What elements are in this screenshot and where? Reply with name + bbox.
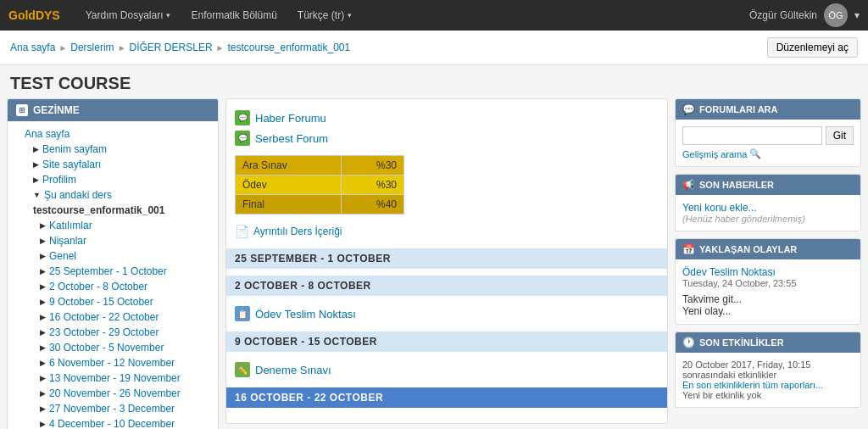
calendar-icon: 📅 bbox=[682, 243, 695, 255]
activity-odev-teslim[interactable]: 📋 Ödev Teslim Noktası bbox=[235, 303, 659, 325]
breadcrumb-crumbs: Ana sayfa ► Derslerim ► DİĞER DERSLER ► … bbox=[10, 42, 350, 53]
sidebar-item-sep1oct[interactable]: ▶ 25 September - 1 October bbox=[8, 264, 218, 279]
sidebar-item-home[interactable]: Ana sayfa bbox=[8, 126, 218, 142]
right-sidebar: 💬 FORUMLARI ARA Git Gelişmiş arama 🔍 📢 S… bbox=[675, 98, 861, 429]
sidebar-item-nisanlar[interactable]: ▶ Nişanlar bbox=[8, 233, 218, 248]
forum-search-button[interactable]: Git bbox=[826, 126, 854, 145]
assignment-icon: 📋 bbox=[235, 306, 250, 321]
page-title: TEST COURSE bbox=[0, 65, 868, 98]
arrow-4dec10dec: ▶ bbox=[40, 420, 46, 428]
sidebar-item-16oct22oct[interactable]: ▶ 16 October - 22 October bbox=[8, 309, 218, 325]
nav-informatics[interactable]: Enformatik Bölümü bbox=[182, 6, 285, 25]
widget-news-header: 📢 SON HABERLER bbox=[676, 175, 860, 195]
sidebar-item-current-course[interactable]: ▼ Şu andaki ders bbox=[8, 187, 218, 203]
sidebar-item-20nov26nov[interactable]: ▶ 20 November - 26 November bbox=[8, 386, 218, 401]
section-16oct22oct: 16 OCTOBER - 22 OCTOBER bbox=[226, 387, 667, 408]
sidebar-item-13nov19nov[interactable]: ▶ 13 November - 19 November bbox=[8, 370, 218, 386]
widget-recent-body: 20 October 2017, Friday, 10:15 sonrasınd… bbox=[676, 353, 860, 407]
no-activity-text: Yeni bir etkinlik yok bbox=[682, 390, 854, 400]
arrow-mypage: ▶ bbox=[33, 145, 39, 153]
sidebar-item-4dec10dec[interactable]: ▶ 4 December - 10 December bbox=[8, 416, 218, 429]
sidebar-title: GEZİNME bbox=[33, 104, 80, 116]
breadcrumb-home[interactable]: Ana sayfa bbox=[10, 42, 55, 53]
top-nav-items: Yardım Dosyaları ▾ Enformatik Bölümü Tür… bbox=[77, 6, 749, 25]
sidebar-item-sitepages[interactable]: ▶ Site sayfaları bbox=[8, 157, 218, 172]
section-2oct8oct: 2 OCTOBER - 8 OCTOBER bbox=[226, 276, 667, 296]
arrow-30oct5nov: ▶ bbox=[40, 343, 46, 352]
news-icon: 📢 bbox=[682, 179, 695, 191]
breadcrumb-other[interactable]: DİĞER DERSLER bbox=[130, 42, 213, 53]
arrow-9oct15oct: ▶ bbox=[40, 298, 46, 306]
activity-deneme-sinavi[interactable]: ✏️ Deneme Sınavı bbox=[235, 359, 659, 381]
new-event-link[interactable]: Yeni olay... bbox=[682, 305, 854, 317]
news-add-link[interactable]: Yeni konu ekle... bbox=[682, 202, 854, 214]
widget-forum-search-header: 💬 FORUMLARI ARA bbox=[676, 99, 860, 120]
sep1: ► bbox=[58, 43, 67, 53]
sidebar-item-2oct8oct[interactable]: ▶ 2 October - 8 October bbox=[8, 279, 218, 294]
breadcrumb: Ana sayfa ► Derslerim ► DİĞER DERSLER ► … bbox=[0, 31, 868, 65]
dropdown-arrow-help: ▾ bbox=[166, 11, 170, 20]
grade-label-final: Final bbox=[236, 195, 342, 214]
widget-upcoming-header: 📅 YAKLAŞAN OLAYLAR bbox=[676, 239, 860, 259]
sidebar-item-profile[interactable]: ▶ Profilim bbox=[8, 172, 218, 187]
sidebar-item-testcourse: testcourse_enformatik_001 bbox=[8, 203, 218, 218]
widget-upcoming: 📅 YAKLAŞAN OLAYLAR Ödev Teslim Noktası T… bbox=[675, 238, 861, 325]
section-sep1oct: 25 SEPTEMBER - 1 OCTOBER bbox=[226, 248, 667, 269]
arrow-23oct29oct: ▶ bbox=[40, 328, 46, 337]
widget-forum-search-body: Git Gelişmiş arama 🔍 bbox=[676, 120, 860, 166]
edit-button[interactable]: Düzenlemeyi aç bbox=[767, 37, 858, 58]
grade-label-odev: Ödev bbox=[236, 176, 342, 195]
sidebar-item-katilimlar[interactable]: ▶ Katılımlar bbox=[8, 218, 218, 233]
breadcrumb-course[interactable]: testcourse_enformatik_001 bbox=[227, 42, 350, 53]
avatar[interactable]: ÖG bbox=[824, 3, 848, 27]
pdf-icon: 📄 bbox=[235, 225, 249, 238]
advanced-search-icon: 🔍 bbox=[749, 148, 761, 159]
event-item-odev: Ödev Teslim Noktası Tuesday, 24 October,… bbox=[682, 266, 854, 288]
free-forum-link[interactable]: 💬 Serbest Forum bbox=[235, 128, 659, 148]
sidebar-item-9oct15oct[interactable]: ▶ 9 October - 15 October bbox=[8, 294, 218, 309]
event-date: Tuesday, 24 October, 23:55 bbox=[682, 278, 854, 288]
all-reports-link[interactable]: En son etkinliklerin tüm raporları... bbox=[682, 380, 854, 390]
sidebar-item-6nov12nov[interactable]: ▶ 6 November - 12 November bbox=[8, 355, 218, 370]
sidebar-item-genel[interactable]: ▶ Genel bbox=[8, 248, 218, 264]
sep2: ► bbox=[118, 43, 126, 53]
arrow-27nov3dec: ▶ bbox=[40, 404, 46, 413]
top-navigation: GoldDYS Yardım Dosyaları ▾ Enformatik Bö… bbox=[0, 0, 868, 31]
grade-label-ara: Ara Sınav bbox=[236, 156, 342, 176]
news-forum-link[interactable]: 💬 Haber Forumu bbox=[235, 108, 659, 128]
advanced-search-link[interactable]: Gelişmiş arama 🔍 bbox=[682, 148, 854, 159]
breadcrumb-courses[interactable]: Derslerim bbox=[70, 42, 114, 53]
user-area: Özgür Gültekin ÖG ▾ bbox=[749, 3, 860, 27]
content-inner: 💬 Haber Forumu 💬 Serbest Forum Ara Sınav… bbox=[225, 98, 668, 424]
left-sidebar: ⊞ GEZİNME Ana sayfa ▶ Benim sayfam ▶ Sit… bbox=[7, 98, 219, 429]
calendar-link[interactable]: Takvime git... bbox=[682, 293, 854, 305]
nav-help-files[interactable]: Yardım Dosyaları ▾ bbox=[77, 6, 180, 25]
user-menu-arrow[interactable]: ▾ bbox=[854, 9, 860, 21]
arrow-20nov26nov: ▶ bbox=[40, 389, 46, 398]
nav-language[interactable]: Türkçe (tr) ▾ bbox=[289, 6, 360, 25]
widget-recent: 🕐 SON ETKİNLİKLER 20 October 2017, Frida… bbox=[675, 332, 861, 408]
forum-search-input[interactable] bbox=[682, 126, 822, 145]
sidebar-header: ⊞ GEZİNME bbox=[8, 99, 218, 121]
free-forum-icon: 💬 bbox=[235, 131, 250, 146]
search-widget-icon: 💬 bbox=[682, 103, 695, 115]
widget-news-body: Yeni konu ekle... (Henüz haber gönderilm… bbox=[676, 195, 860, 231]
sidebar-item-27nov3dec[interactable]: ▶ 27 November - 3 December bbox=[8, 401, 218, 416]
sep3: ► bbox=[216, 43, 225, 53]
arrow-nisanlar: ▶ bbox=[40, 237, 46, 245]
sidebar-item-23oct29oct[interactable]: ▶ 23 October - 29 October bbox=[8, 325, 218, 340]
detail-link[interactable]: 📄 Ayrıntılı Ders İçeriği bbox=[235, 221, 659, 242]
arrow-katilimlar: ▶ bbox=[40, 221, 46, 230]
activity-icon: 🕐 bbox=[682, 337, 695, 348]
widget-news: 📢 SON HABERLER Yeni konu ekle... (Henüz … bbox=[675, 174, 861, 231]
quiz-icon: ✏️ bbox=[235, 362, 250, 377]
grade-value-odev: %30 bbox=[342, 176, 404, 195]
grade-row-ara: Ara Sınav %30 bbox=[236, 156, 404, 176]
grade-row-final: Final %40 bbox=[236, 195, 404, 214]
grade-row-odev: Ödev %30 bbox=[236, 176, 404, 195]
sidebar-item-mypage[interactable]: ▶ Benim sayfam bbox=[8, 142, 218, 157]
grade-table: Ara Sınav %30 Ödev %30 Final %40 bbox=[235, 155, 404, 214]
event-title[interactable]: Ödev Teslim Noktası bbox=[682, 266, 854, 278]
grade-value-ara: %30 bbox=[342, 156, 404, 176]
sidebar-item-30oct5nov[interactable]: ▶ 30 October - 5 November bbox=[8, 340, 218, 355]
